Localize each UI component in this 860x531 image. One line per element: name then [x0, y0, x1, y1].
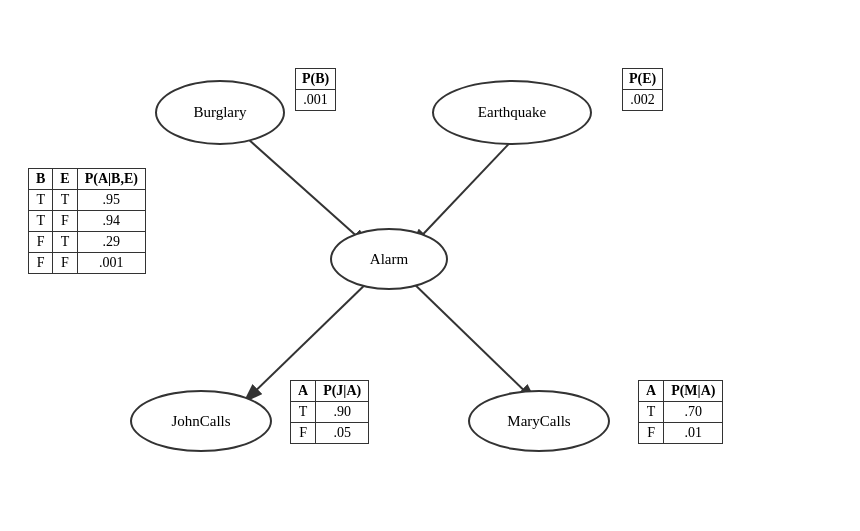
- earthquake-label: Earthquake: [478, 104, 546, 121]
- alarm-cpt-table: B E P(A|B,E) T T .95 T F .94 F T .29 F F…: [28, 168, 146, 274]
- mary-cpt-table: A P(M|A) T .70 F .01: [638, 380, 723, 444]
- svg-line-2: [410, 130, 522, 248]
- pe-table: P(E) .002: [622, 68, 663, 111]
- johncalls-node: JohnCalls: [130, 390, 272, 452]
- svg-line-1: [238, 130, 370, 248]
- alarm-row2-p: .94: [77, 211, 145, 232]
- alarm-row3-b: F: [29, 232, 53, 253]
- john-cpt-table: A P(J|A) T .90 F .05: [290, 380, 369, 444]
- earthquake-node: Earthquake: [432, 80, 592, 145]
- pb-value: .001: [296, 90, 336, 111]
- alarm-row3-p: .29: [77, 232, 145, 253]
- alarm-row4-b: F: [29, 253, 53, 274]
- alarm-row1-p: .95: [77, 190, 145, 211]
- john-cpt-header-pja: P(J|A): [316, 381, 369, 402]
- mary-cpt-header-a: A: [639, 381, 664, 402]
- mary-row2-p: .01: [664, 423, 723, 444]
- pb-header: P(B): [296, 69, 336, 90]
- alarm-row3-e: T: [53, 232, 77, 253]
- marycalls-node: MaryCalls: [468, 390, 610, 452]
- pe-header: P(E): [623, 69, 663, 90]
- alarm-row4-e: F: [53, 253, 77, 274]
- johncalls-label: JohnCalls: [171, 413, 230, 430]
- alarm-row2-b: T: [29, 211, 53, 232]
- mary-row1-a: T: [639, 402, 664, 423]
- alarm-row1-e: T: [53, 190, 77, 211]
- alarm-cpt-header-e: E: [53, 169, 77, 190]
- alarm-cpt-header-pabe: P(A|B,E): [77, 169, 145, 190]
- alarm-node: Alarm: [330, 228, 448, 290]
- svg-line-4: [408, 278, 537, 403]
- mary-cpt-header-pma: P(M|A): [664, 381, 723, 402]
- john-cpt-header-a: A: [291, 381, 316, 402]
- pe-value: .002: [623, 90, 663, 111]
- burglary-label: Burglary: [193, 104, 246, 121]
- alarm-label: Alarm: [370, 251, 408, 268]
- burglary-node: Burglary: [155, 80, 285, 145]
- alarm-row2-e: F: [53, 211, 77, 232]
- alarm-row4-p: .001: [77, 253, 145, 274]
- john-row1-p: .90: [316, 402, 369, 423]
- john-row2-a: F: [291, 423, 316, 444]
- john-row2-p: .05: [316, 423, 369, 444]
- alarm-cpt-header-b: B: [29, 169, 53, 190]
- mary-row1-p: .70: [664, 402, 723, 423]
- marycalls-label: MaryCalls: [507, 413, 570, 430]
- alarm-row1-b: T: [29, 190, 53, 211]
- john-row1-a: T: [291, 402, 316, 423]
- mary-row2-a: F: [639, 423, 664, 444]
- pb-table: P(B) .001: [295, 68, 336, 111]
